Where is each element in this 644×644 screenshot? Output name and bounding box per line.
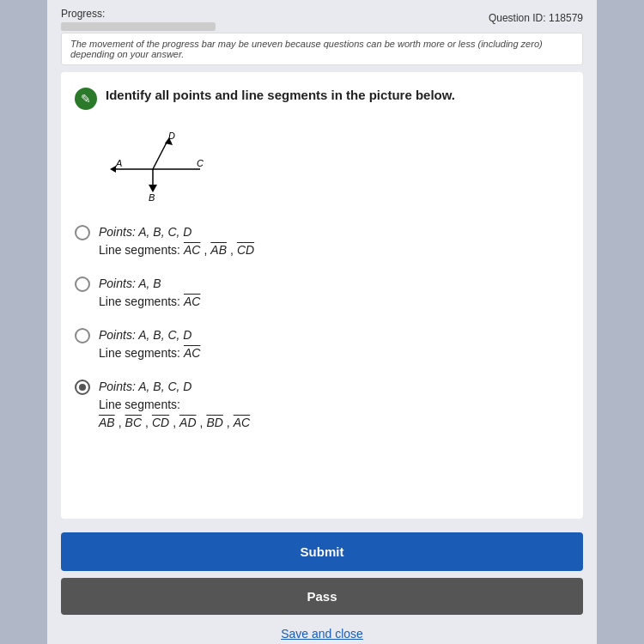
save-close-link[interactable]: Save and close: [47, 622, 597, 644]
submit-button[interactable]: Submit: [61, 532, 583, 571]
svg-text:C: C: [197, 158, 204, 168]
seg-ac-3: AC: [184, 344, 200, 362]
option-2[interactable]: Points: A, B Line segments: AC: [75, 275, 569, 311]
seg-cd-1: CD: [237, 241, 254, 259]
options-list: Points: A, B, C, D Line segments: AC, AB…: [75, 223, 569, 432]
radio-2[interactable]: [75, 276, 90, 292]
option-2-segments: Line segments: AC: [99, 293, 200, 311]
option-3-content: Points: A, B, C, D Line segments: AC: [99, 326, 200, 362]
radio-4[interactable]: [75, 380, 90, 395]
seg-bd-4: BD: [206, 414, 222, 432]
option-4-content: Points: A, B, C, D Line segments: AB, BC…: [99, 378, 250, 432]
progress-label: Progress:: [61, 8, 105, 20]
svg-line-3: [153, 141, 167, 169]
seg-ac-1: AC: [184, 241, 200, 259]
pencil-icon-glyph: ✎: [81, 92, 91, 106]
radio-1[interactable]: [75, 225, 90, 240]
seg-ac-4: AC: [234, 414, 250, 432]
svg-text:B: B: [149, 192, 155, 203]
seg-cd-4: CD: [152, 414, 169, 432]
main-screen: Progress: Question ID: 118579 The moveme…: [47, 0, 597, 644]
progress-bar-container: [61, 22, 216, 31]
radio-3[interactable]: [75, 328, 90, 343]
question-area: ✎ Identify all points and line segments …: [61, 72, 583, 519]
pencil-icon: ✎: [75, 88, 97, 110]
progress-bar-fill: [61, 22, 107, 31]
notice-text: The movement of the progress bar may be …: [70, 39, 543, 59]
progress-section: Progress:: [61, 5, 216, 31]
svg-marker-6: [149, 185, 157, 192]
question-title-row: ✎ Identify all points and line segments …: [75, 86, 569, 110]
geometry-diagram: A D C B: [106, 122, 217, 208]
svg-text:A: A: [115, 158, 122, 168]
option-4-segments-label: Line segments:: [99, 396, 250, 414]
question-text: Identify all points and line segments in…: [106, 86, 455, 104]
option-4-segments: AB, BC, CD, AD, BD, AC: [99, 414, 250, 432]
option-1-segments: Line segments: AC, AB, CD: [99, 241, 254, 259]
option-3-points: Points: A, B, C, D: [99, 326, 200, 344]
notice-box: The movement of the progress bar may be …: [61, 33, 583, 65]
seg-bc-4: BC: [125, 414, 142, 432]
question-id: Question ID: 118579: [489, 12, 583, 24]
diagram-area: A D C B: [106, 122, 217, 208]
seg-ab-1: AB: [210, 241, 227, 259]
option-2-points: Points: A, B: [99, 275, 200, 293]
pass-button[interactable]: Pass: [61, 578, 583, 615]
option-1[interactable]: Points: A, B, C, D Line segments: AC, AB…: [75, 223, 569, 259]
option-1-points: Points: A, B, C, D: [99, 223, 254, 241]
svg-marker-2: [110, 166, 116, 173]
option-4-points: Points: A, B, C, D: [99, 378, 250, 396]
seg-ab-4: AB: [99, 414, 115, 432]
header-bar: Progress: Question ID: 118579: [47, 0, 597, 33]
option-1-content: Points: A, B, C, D Line segments: AC, AB…: [99, 223, 254, 259]
option-3-segments: Line segments: AC: [99, 344, 200, 362]
option-4[interactable]: Points: A, B, C, D Line segments: AB, BC…: [75, 378, 569, 432]
svg-text:D: D: [168, 131, 175, 141]
option-3[interactable]: Points: A, B, C, D Line segments: AC: [75, 326, 569, 362]
seg-ad-4: AD: [179, 414, 196, 432]
seg-ac-2: AC: [184, 293, 200, 311]
option-2-content: Points: A, B Line segments: AC: [99, 275, 200, 311]
